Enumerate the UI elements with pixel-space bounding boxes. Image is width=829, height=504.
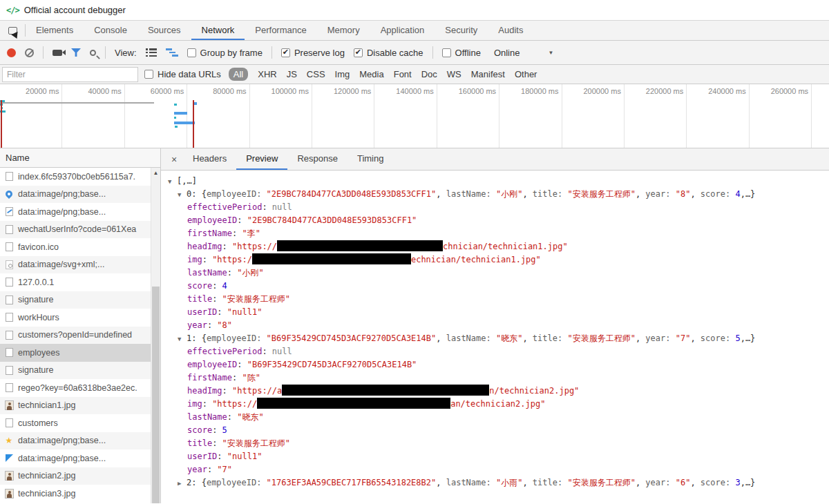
json-token: "null1" bbox=[227, 307, 263, 317]
type-filter-doc[interactable]: Doc bbox=[421, 69, 437, 79]
tab-performance[interactable]: Performance bbox=[245, 21, 316, 40]
hide-data-urls-toggle[interactable]: Hide data URLs bbox=[144, 69, 221, 79]
request-row[interactable]: data:image/svg+xml;... bbox=[0, 256, 160, 274]
json-tree-line[interactable]: ▶2: {employeeID: "1763EF3AA59CBEC717FB65… bbox=[161, 476, 829, 490]
svg-icon bbox=[4, 260, 14, 270]
request-row[interactable]: technician1.jpg bbox=[0, 397, 160, 415]
expanded-arrow-icon[interactable]: ▼ bbox=[178, 188, 187, 202]
request-row[interactable]: customers?openId=undefined bbox=[0, 327, 160, 345]
request-row[interactable]: 127.0.0.1 bbox=[0, 273, 160, 291]
json-token: "李" bbox=[242, 229, 260, 238]
disable-cache-checkbox[interactable] bbox=[354, 48, 363, 57]
document-icon bbox=[4, 330, 14, 340]
tab-application[interactable]: Application bbox=[370, 21, 435, 40]
scrollbar-thumb[interactable] bbox=[152, 287, 160, 503]
throttling-select[interactable]: Online bbox=[494, 48, 520, 58]
type-filter-xhr[interactable]: XHR bbox=[258, 69, 276, 79]
offline-checkbox[interactable] bbox=[442, 48, 451, 57]
request-row[interactable]: regeo?key=60a6318be3ae2ec. bbox=[0, 379, 160, 397]
collapsed-arrow-icon[interactable]: ▶ bbox=[178, 477, 187, 490]
preserve-log-checkbox[interactable] bbox=[281, 48, 290, 57]
triangle-icon bbox=[4, 453, 14, 463]
list-view-icon[interactable] bbox=[146, 48, 157, 57]
request-row[interactable]: customers bbox=[0, 414, 160, 432]
tab-sources[interactable]: Sources bbox=[137, 21, 191, 40]
json-tree-line[interactable]: ▼0: {employeeID: "2E9BC784D477CA3DD048E5… bbox=[161, 188, 829, 201]
request-row[interactable]: employees bbox=[0, 344, 160, 362]
search-icon[interactable] bbox=[90, 50, 96, 56]
json-token: "安装服务工程师" bbox=[222, 438, 290, 448]
filter-icon[interactable] bbox=[71, 48, 81, 57]
record-button[interactable] bbox=[7, 48, 16, 57]
capture-screenshots-icon[interactable] bbox=[53, 50, 62, 56]
document-icon bbox=[4, 365, 14, 376]
offline-toggle[interactable]: Offline bbox=[442, 48, 481, 58]
type-filter-font[interactable]: Font bbox=[394, 69, 412, 79]
group-by-frame-checkbox[interactable] bbox=[187, 48, 196, 57]
document-icon bbox=[4, 418, 14, 428]
requests-scrollbar[interactable]: ▲ bbox=[151, 168, 160, 503]
divider bbox=[105, 46, 106, 59]
tab-console[interactable]: Console bbox=[84, 21, 137, 40]
detail-tab-response[interactable]: Response bbox=[287, 148, 347, 170]
json-token: firstName bbox=[187, 229, 232, 238]
waterfall-view-icon[interactable] bbox=[166, 48, 178, 57]
preserve-log-toggle[interactable]: Preserve log bbox=[281, 48, 345, 58]
name-column-header[interactable]: Name bbox=[0, 148, 160, 168]
detail-tab-timing[interactable]: Timing bbox=[347, 148, 394, 170]
json-token: lastName: bbox=[446, 189, 496, 199]
request-row[interactable]: data:image/png;base... bbox=[0, 449, 160, 467]
type-filter-img[interactable]: Img bbox=[335, 69, 350, 79]
expanded-arrow-icon[interactable]: ▼ bbox=[178, 333, 187, 346]
request-bar bbox=[0, 102, 154, 104]
request-name: technician2.jpg bbox=[18, 471, 75, 481]
detail-tab-headers[interactable]: Headers bbox=[183, 148, 236, 170]
type-filter-media[interactable]: Media bbox=[359, 69, 383, 79]
type-filter-css[interactable]: CSS bbox=[307, 69, 325, 79]
tab-network[interactable]: Network bbox=[191, 21, 245, 40]
close-icon[interactable]: × bbox=[165, 148, 183, 170]
request-row[interactable]: ★data:image/png;base... bbox=[0, 432, 160, 450]
request-row[interactable]: data:image/png;base... bbox=[0, 186, 160, 204]
scroll-up-icon[interactable]: ▲ bbox=[151, 170, 160, 176]
type-filter-all[interactable]: All bbox=[229, 68, 248, 81]
filter-input[interactable] bbox=[2, 67, 138, 82]
json-tree-line[interactable]: ▼[,…] bbox=[161, 175, 829, 188]
request-row[interactable]: signature bbox=[0, 362, 160, 380]
request-row[interactable]: wechatUserInfo?code=061Xea bbox=[0, 221, 160, 239]
chevron-down-icon[interactable]: ▼ bbox=[548, 50, 553, 56]
network-overview[interactable]: 20000 ms40000 ms60000 ms80000 ms100000 m… bbox=[0, 84, 829, 148]
json-token: : bbox=[227, 268, 237, 278]
hide-data-urls-checkbox[interactable] bbox=[144, 70, 153, 79]
json-token: score: bbox=[701, 189, 736, 199]
inspect-element-button[interactable] bbox=[0, 21, 25, 40]
expanded-arrow-icon[interactable]: ▼ bbox=[168, 175, 177, 188]
type-filter-ws[interactable]: WS bbox=[447, 69, 461, 79]
clear-icon[interactable] bbox=[25, 48, 34, 57]
tab-security[interactable]: Security bbox=[435, 21, 488, 40]
group-by-frame-toggle[interactable]: Group by frame bbox=[187, 48, 263, 58]
request-row[interactable]: favicon.ico bbox=[0, 238, 160, 256]
request-row[interactable]: workHours bbox=[0, 309, 160, 327]
request-row[interactable]: technician3.jpg bbox=[0, 485, 160, 503]
tab-audits[interactable]: Audits bbox=[488, 21, 533, 40]
request-name: customers bbox=[18, 418, 58, 428]
request-row[interactable]: data:image/png;base... bbox=[0, 203, 160, 221]
type-filter-other[interactable]: Other bbox=[515, 69, 537, 79]
json-tree-line[interactable]: ▼1: {employeeID: "B69F35429CD745D3ACF927… bbox=[161, 332, 829, 345]
tab-elements[interactable]: Elements bbox=[26, 21, 84, 40]
type-filter-manifest[interactable]: Manifest bbox=[471, 69, 505, 79]
json-tree-line: headImg: "https://chnician/technician1.j… bbox=[161, 240, 829, 253]
tab-memory[interactable]: Memory bbox=[317, 21, 370, 40]
detail-panel: × HeadersPreviewResponseTiming ▼[,…]▼0: … bbox=[161, 148, 829, 503]
json-token: "安装服务工程师" bbox=[567, 333, 635, 343]
request-row[interactable]: index.6fc59370bc0eb56115a7. bbox=[0, 168, 160, 186]
disable-cache-toggle[interactable]: Disable cache bbox=[354, 48, 423, 58]
request-row[interactable]: technician2.jpg bbox=[0, 467, 160, 485]
detail-tab-bar: × HeadersPreviewResponseTiming bbox=[161, 148, 829, 171]
type-filter-js[interactable]: JS bbox=[287, 69, 297, 79]
request-row[interactable]: signature bbox=[0, 291, 160, 309]
window-title: Official account debugger bbox=[24, 5, 126, 15]
detail-tab-preview[interactable]: Preview bbox=[236, 148, 287, 170]
json-token: "6" bbox=[676, 478, 691, 487]
